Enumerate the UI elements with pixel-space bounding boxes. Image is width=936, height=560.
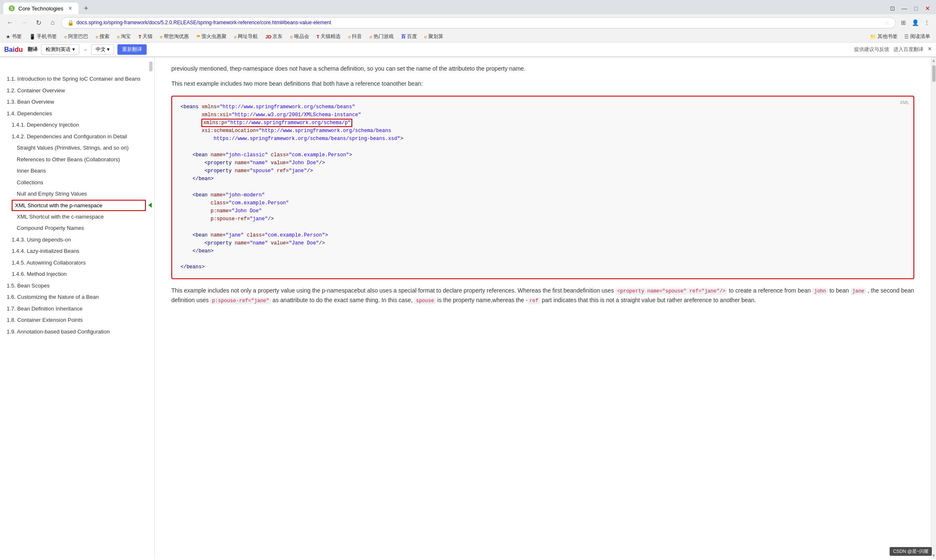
- tab-close-button[interactable]: ✕: [67, 5, 74, 12]
- main-scrollbar[interactable]: ▲ ▼: [931, 57, 936, 559]
- sidebar-item-xml-p[interactable]: XML Shortcut with the p-namespace: [12, 200, 146, 211]
- bookmark-item-nav[interactable]: e 网址导航: [231, 32, 260, 41]
- bookmark-item-other[interactable]: 📁 其他书签: [867, 32, 900, 41]
- csdn-badge: CSDN @星~闪耀: [890, 547, 932, 556]
- tab-favicon: S: [8, 5, 15, 12]
- scroll-up-button[interactable]: ▲: [932, 58, 936, 63]
- bookmark-item-firefly[interactable]: ❤ 萤火虫惠聚: [194, 32, 229, 41]
- window-minimize-button[interactable]: —: [899, 3, 909, 13]
- sidebar-item-dep-injection[interactable]: 1.4.1. Dependency Injection: [0, 119, 154, 131]
- bookmark-label: 抖音: [352, 33, 362, 40]
- code-inline-property: <property name="spouse" ref="jane"/>: [616, 288, 727, 295]
- bookmark-label: 京东: [272, 33, 282, 40]
- sidebar-item-method-injection[interactable]: 1.4.6. Method Injection: [0, 268, 154, 280]
- sidebar-item-xml-c[interactable]: XML Shortcut with the c-namespace: [0, 211, 154, 223]
- sidebar-item-collections[interactable]: Collections: [0, 177, 154, 188]
- open-baidu-translate-link[interactable]: 进入百度翻译: [893, 46, 923, 53]
- sidebar-item-inheritance[interactable]: 1.7. Bean Definition Inheritance: [0, 303, 154, 315]
- bookmark-item-mobile[interactable]: 📱 手机书签: [27, 32, 59, 41]
- nav-icon: e: [234, 34, 237, 39]
- forward-button[interactable]: →: [18, 17, 30, 28]
- sidebar-item-lazy[interactable]: 1.4.4. Lazy-initialized Beans: [0, 245, 154, 257]
- sidebar-item-autowiring[interactable]: 1.4.5. Autowiring Collaborators: [0, 257, 154, 269]
- bookmark-item-star[interactable]: ★ 书签: [3, 32, 24, 41]
- target-language-button[interactable]: 中文 ▾: [91, 44, 114, 55]
- scrollbar-thumb[interactable]: [932, 65, 936, 82]
- sidebar-item-dependencies[interactable]: 1.4. Dependencies: [0, 108, 154, 120]
- bookmark-item-baidu[interactable]: 百 百度: [399, 32, 420, 41]
- bookmark-item-tmall[interactable]: T 天猫: [136, 32, 155, 41]
- bookmark-item-alibaba[interactable]: e 阿里巴巴: [62, 32, 91, 41]
- scroll-down-button[interactable]: ▼: [932, 553, 936, 558]
- extensions-button[interactable]: ⊞: [898, 18, 908, 28]
- bookmark-label: 天猫精选: [320, 33, 341, 40]
- baidu-translate-text: 翻译: [28, 46, 38, 53]
- games-icon: e: [369, 34, 372, 39]
- bookmark-item-tmall-select[interactable]: T 天猫精选: [314, 32, 343, 41]
- readlist-icon: ☰: [904, 34, 909, 40]
- code-line-4: xsi:schemaLocation="http://www.springfra…: [181, 127, 905, 135]
- scrollbar-thumb[interactable]: [149, 61, 153, 71]
- refresh-button[interactable]: ↻: [33, 17, 44, 28]
- sidebar-item-intro[interactable]: 1.1. Introduction to the Spring IoC Cont…: [0, 73, 154, 85]
- address-bar: ← → ↻ ⌂ 🔒 docs.spring.io/spring-framewor…: [0, 14, 936, 31]
- bookmark-star-icon[interactable]: ☆: [885, 20, 890, 26]
- sidebar-item-references[interactable]: References to Other Beans (Collaborators…: [0, 154, 154, 165]
- menu-button[interactable]: ⋮: [922, 18, 932, 28]
- alibaba-icon: e: [64, 34, 67, 39]
- active-tab[interactable]: S Core Technologies ✕: [3, 3, 79, 14]
- new-tab-button[interactable]: +: [80, 3, 92, 14]
- bookmark-item-search[interactable]: e 搜索: [93, 32, 112, 41]
- url-box[interactable]: 🔒 docs.spring.io/spring-framework/docs/5…: [61, 17, 896, 28]
- code-line-9: </bean>: [181, 175, 905, 183]
- sidebar-item-inner-beans[interactable]: Inner Beans: [0, 165, 154, 177]
- bookmark-item-juhua[interactable]: e 聚划算: [422, 32, 446, 41]
- sidebar-item-bean[interactable]: 1.3. Bean Overview: [0, 96, 154, 108]
- code-line-7: <property name="name" value="John Doe"/>: [181, 159, 905, 167]
- code-line-blank1: [181, 143, 905, 151]
- sidebar-item-annotation[interactable]: 1.9. Annotation-based based Configuratio…: [0, 326, 154, 338]
- arrow-left-icon: [148, 203, 152, 208]
- bookmark-item-jd[interactable]: JD 京东: [263, 32, 285, 41]
- bookmark-item-games[interactable]: e 热门游戏: [367, 32, 396, 41]
- tmall-icon: T: [138, 34, 141, 39]
- profile-button[interactable]: 👤: [910, 18, 920, 28]
- bookmark-item-vip[interactable]: e 唯品会: [287, 32, 311, 41]
- vip-icon: e: [290, 34, 292, 39]
- sidebar-item-container-ext[interactable]: 1.8. Container Extension Points: [0, 314, 154, 326]
- window-maximize-button[interactable]: □: [911, 3, 921, 13]
- title-bar: S Core Technologies ✕ + ⊡ — □ ✕: [0, 0, 936, 14]
- retranslate-button[interactable]: 重新翻译: [117, 44, 147, 55]
- code-inline-spouse: spouse: [414, 298, 435, 304]
- sidebar-item-depends-on[interactable]: 1.4.3. Using depends-on: [0, 234, 154, 246]
- sidebar-item-compound[interactable]: Compound Property Names: [0, 222, 154, 234]
- window-close-button[interactable]: ✕: [923, 3, 933, 13]
- bookmark-label: 手机书签: [37, 33, 57, 40]
- sidebar-item-bean-scopes[interactable]: 1.5. Bean Scopes: [0, 280, 154, 292]
- content-area: previously mentioned, thep-namespace doe…: [155, 57, 931, 559]
- arrow-icon: →: [83, 47, 88, 53]
- sidebar-item-customizing[interactable]: 1.6. Customizing the Nature of a Bean: [0, 291, 154, 303]
- sidebar-item-null-empty[interactable]: Null and Empty String Values: [0, 188, 154, 200]
- sidebar-item-dep-config[interactable]: 1.4.2. Dependencies and Configuration in…: [0, 131, 154, 143]
- bookmark-item-help[interactable]: e 帮您淘优惠: [158, 32, 191, 41]
- baidu-icon: 百: [401, 33, 406, 40]
- suggest-feedback-link[interactable]: 提供建议与反馈: [854, 46, 889, 53]
- star-icon: ★: [6, 34, 10, 40]
- home-button[interactable]: ⌂: [47, 17, 58, 28]
- intro-paragraph: previously mentioned, thep-namespace doe…: [171, 64, 914, 74]
- bookmark-item-readlist[interactable]: ☰ 阅读清单: [902, 32, 933, 41]
- bookmark-label: 唯品会: [294, 33, 309, 40]
- sidebar-item-container[interactable]: 1.2. Container Overview: [0, 85, 154, 97]
- bookmark-item-taobao[interactable]: e 淘宝: [114, 32, 133, 41]
- code-line-3: xmlns:p="http://www.springframework.org/…: [181, 119, 905, 127]
- sidebar-item-straight-values[interactable]: Straight Values (Primitives, Strings, an…: [0, 142, 154, 154]
- bookmark-label: 聚划算: [428, 33, 443, 40]
- bookmark-item-douyin[interactable]: e 抖音: [346, 32, 364, 41]
- close-translation-bar-button[interactable]: ✕: [928, 46, 932, 53]
- window-settings-button[interactable]: ⊡: [888, 3, 898, 13]
- detect-language-button[interactable]: 检测到英语 ▾: [41, 44, 79, 55]
- code-line-16: </bean>: [181, 247, 905, 255]
- bookmarks-bar: ★ 书签 📱 手机书签 e 阿里巴巴 e 搜索 e 淘宝 T 天猫 e 帮您淘优…: [0, 31, 936, 43]
- back-button[interactable]: ←: [4, 17, 16, 28]
